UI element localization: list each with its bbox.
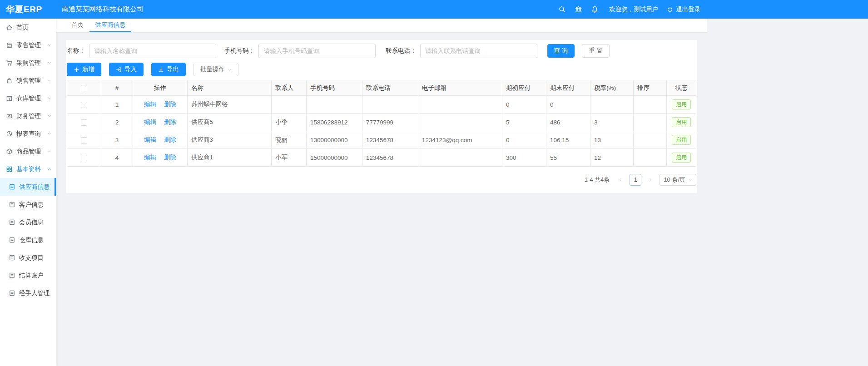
delete-link[interactable]: 删除 [164,119,176,125]
tab-label: 首页 [71,21,84,29]
sidebar-item-report[interactable]: 报表查询 [0,125,56,143]
sidebar-item-income-expense[interactable]: 收支项目 [0,249,56,267]
page-number-button[interactable]: 1 [630,174,641,186]
chevron-down-icon [47,79,51,83]
sidebar-item-sales[interactable]: 销售管理 [0,72,56,89]
doc-icon [9,237,15,243]
sidebar-item-label: 结算账户 [19,272,44,280]
name-filter-input[interactable] [89,44,216,58]
export-icon [158,67,164,73]
status-badge: 启用 [672,153,691,163]
phone-filter-label: 手机号码： [224,47,255,55]
search-button[interactable]: 查 询 [547,44,575,58]
column-header-phone: 手机号码 [307,80,362,96]
table-row: 1编辑删除苏州蜗牛网络00启用 [67,96,696,114]
sidebar: 首页零售管理采购管理销售管理仓库管理财务管理报表查询商品管理基本资料供应商信息客… [0,19,56,366]
page-size-label: 10 条/页 [664,176,685,184]
chevron-down-icon [688,178,692,182]
cell-tax: 13 [590,131,634,149]
bell-icon[interactable] [591,5,599,13]
column-label: 状态 [675,84,688,91]
filter-bar: 名称： 手机号码： 联系电话： 查 询 重 置 [67,44,696,58]
sidebar-item-handler-management[interactable]: 经手人管理 [0,284,56,302]
column-label: 期初应付 [506,84,531,91]
cell-sort [634,149,667,167]
phone-filter-input[interactable] [258,44,376,58]
app-logo[interactable]: 华夏ERP [0,4,56,15]
chevron-down-icon [47,96,51,100]
report-icon [6,130,13,137]
cell-contact: 小季 [272,114,307,131]
edit-link[interactable]: 编辑 [144,154,156,161]
content-wrapper: 首页供应商信息 名称： 手机号码： 联系电话： 查 询 重 置 新增 [56,19,707,193]
sidebar-item-member-info[interactable]: 会员信息 [0,213,56,231]
search-icon[interactable] [558,5,566,13]
row-checkbox[interactable] [81,102,87,108]
column-header-ops: 操作 [133,80,188,96]
delete-link[interactable]: 删除 [164,154,176,161]
cell-status: 启用 [667,114,696,131]
sidebar-item-customer-info[interactable]: 客户信息 [0,196,56,213]
delete-link[interactable]: 删除 [164,136,176,143]
cell-sort [634,96,667,114]
sidebar-item-supplier-info[interactable]: 供应商信息 [0,178,56,196]
divider [160,137,160,143]
import-icon [116,67,122,73]
chevron-down-icon [228,68,232,72]
page-size-select[interactable]: 10 条/页 [660,174,696,186]
tel-filter-input[interactable] [420,44,537,58]
reset-button[interactable]: 重 置 [582,44,610,58]
batch-actions-label: 批量操作 [200,65,225,74]
sidebar-item-retail[interactable]: 零售管理 [0,36,56,54]
next-page-button[interactable] [645,174,656,185]
row-checkbox[interactable] [81,137,87,143]
sidebar-item-finance[interactable]: 财务管理 [0,107,56,125]
bank-icon[interactable] [575,5,582,13]
table-row: 4编辑删除供应商1小军15000000000123456783005512启用 [67,149,696,167]
column-header-name: 名称 [188,80,272,96]
tab-home[interactable]: 首页 [66,19,89,32]
company-name: 南通某某网络科技有限公司 [62,5,144,14]
delete-link[interactable]: 删除 [164,101,176,108]
sidebar-menu: 首页零售管理采购管理销售管理仓库管理财务管理报表查询商品管理基本资料供应商信息客… [0,19,56,302]
column-label: 电子邮箱 [422,84,446,91]
select-all-checkbox[interactable] [81,85,87,91]
cell-end: 486 [546,114,590,131]
column-label: 名称 [191,84,203,91]
column-label: 联系电话 [366,84,391,91]
sidebar-item-settlement-account[interactable]: 结算账户 [0,267,56,284]
batch-actions-button[interactable]: 批量操作 [193,63,238,76]
sidebar-item-label: 报表查询 [16,130,41,138]
logout-button[interactable]: 退出登录 [667,5,700,14]
export-button[interactable]: 导出 [151,63,186,76]
sidebar-item-label: 首页 [16,24,29,32]
column-header-status: 状态 [667,80,696,96]
sidebar-item-purchase[interactable]: 采购管理 [0,54,56,72]
cell-ops: 编辑删除 [133,131,188,149]
add-button[interactable]: 新增 [67,63,101,76]
sidebar-item-warehouse[interactable]: 仓库管理 [0,89,56,107]
sidebar-item-label: 仓库管理 [16,94,41,103]
import-button[interactable]: 导入 [109,63,144,76]
cell-phone: 15000000000 [307,149,362,167]
column-header-sort: 排序 [634,80,667,96]
edit-link[interactable]: 编辑 [144,119,156,125]
row-checkbox[interactable] [81,155,87,161]
edit-link[interactable]: 编辑 [144,101,156,108]
prev-page-button[interactable] [615,174,626,185]
cell-end: 0 [546,96,590,114]
sidebar-item-home[interactable]: 首页 [0,19,56,36]
basic-icon [6,166,13,173]
cell-ops: 编辑删除 [133,96,188,114]
column-label: # [115,84,119,91]
cell-index: 4 [101,149,133,167]
row-checkbox[interactable] [81,119,87,126]
column-header-email: 电子邮箱 [418,80,502,96]
tab-supplier-info[interactable]: 供应商信息 [89,19,131,32]
sidebar-item-goods[interactable]: 商品管理 [0,143,56,160]
doc-icon [9,183,15,190]
name-filter-label: 名称： [67,47,85,55]
sidebar-item-warehouse-info[interactable]: 仓库信息 [0,231,56,249]
edit-link[interactable]: 编辑 [144,136,156,143]
sidebar-item-basic[interactable]: 基本资料 [0,160,56,178]
